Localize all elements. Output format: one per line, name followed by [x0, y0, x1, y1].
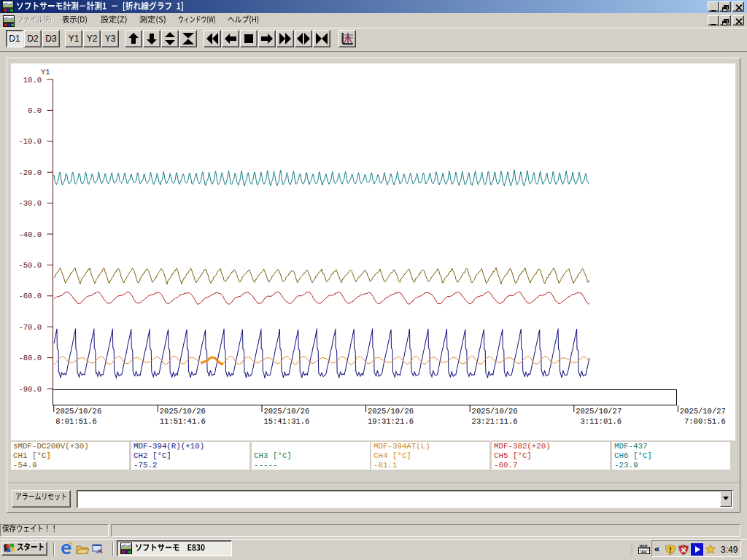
- svg-text:-60.0: -60.0: [18, 292, 42, 300]
- svg-text:2025/10/26: 2025/10/26: [160, 407, 206, 416]
- svg-text:23:21:11.6: 23:21:11.6: [472, 417, 518, 426]
- svg-text:8:01:51.6: 8:01:51.6: [55, 417, 97, 426]
- svg-text:2025/10/27: 2025/10/27: [576, 407, 622, 416]
- svg-text:2025/10/26: 2025/10/26: [263, 407, 309, 416]
- svg-text:15:41:31.6: 15:41:31.6: [263, 417, 309, 426]
- svg-text:3:11:01.6: 3:11:01.6: [580, 417, 622, 426]
- svg-text:2025/10/26: 2025/10/26: [55, 407, 101, 416]
- svg-text:Y1: Y1: [41, 68, 50, 77]
- svg-text:!: !: [669, 546, 671, 554]
- svg-text:19:31:21.6: 19:31:21.6: [368, 417, 414, 426]
- svg-text:-80.0: -80.0: [18, 354, 42, 362]
- svg-text:-50.0: -50.0: [18, 261, 42, 270]
- svg-text:-70.0: -70.0: [18, 323, 42, 332]
- svg-text:-90.0: -90.0: [18, 385, 42, 394]
- svg-text:2025/10/27: 2025/10/27: [680, 407, 726, 416]
- svg-text:7:00:51.6: 7:00:51.6: [684, 417, 726, 426]
- svg-text:-10.0: -10.0: [18, 137, 42, 146]
- svg-text:11:51:41.6: 11:51:41.6: [160, 417, 206, 426]
- svg-text:2025/10/26: 2025/10/26: [472, 407, 518, 416]
- svg-text:0.0: 0.0: [28, 106, 42, 115]
- svg-text:-30.0: -30.0: [18, 199, 42, 208]
- svg-text:-20.0: -20.0: [18, 168, 42, 177]
- svg-text:10.0: 10.0: [23, 76, 42, 85]
- svg-text:2025/10/26: 2025/10/26: [368, 407, 414, 416]
- svg-text:-40.0: -40.0: [18, 230, 42, 239]
